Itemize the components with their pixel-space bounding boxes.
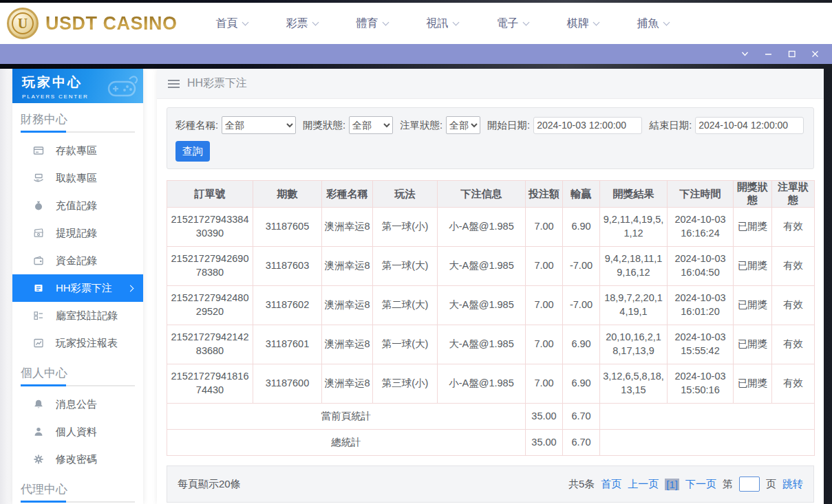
section-underline	[21, 131, 135, 133]
sidebar-item-recharge-records[interactable]: 充值記錄	[12, 192, 143, 219]
sidebar-item-withdraw[interactable]: 取款專區	[12, 164, 143, 192]
sidebar-item-profile[interactable]: 個人資料	[12, 418, 143, 446]
nav-item-slots[interactable]: 電子	[497, 17, 529, 31]
total-count-text: 共5条	[568, 478, 595, 491]
cell-bet_time: 2024-10-03 16:04:50	[668, 247, 734, 286]
recharge-record-icon	[32, 200, 44, 212]
cell-bet_amount: 7.00	[526, 247, 563, 286]
cell-lottery_name: 澳洲幸运8	[322, 325, 373, 364]
window-minimize-button[interactable]	[756, 44, 780, 64]
lottery-select[interactable]: 全部	[222, 116, 296, 134]
sidebar-item-deposit[interactable]: 存款專區	[12, 137, 143, 164]
window-collapse-button[interactable]	[733, 44, 756, 64]
content-area: 玩家中心 PLAYERS CENTER 財務中心存款專區取款專區充值記錄提現記錄…	[0, 69, 824, 504]
cell-draw_result: 3,12,6,5,8,18,13,15	[600, 364, 668, 404]
cell-draw_status: 已開獎	[734, 247, 772, 286]
window-close-button[interactable]	[803, 44, 826, 64]
column-header-bet_time: 下注時間	[668, 181, 734, 208]
sidebar-item-label: 充值記錄	[56, 199, 97, 212]
cell-order_no: 2152172794181674430	[167, 364, 253, 404]
cell-order_status: 有效	[772, 247, 815, 286]
sidebar-item-announcements[interactable]: 消息公告	[12, 391, 143, 418]
page-title: HH彩票下注	[187, 76, 247, 91]
cell-bet_amount: 7.00	[526, 325, 563, 364]
nav-item-home[interactable]: 首頁	[216, 17, 248, 31]
column-header-draw_result: 開獎結果	[600, 181, 668, 208]
menu-toggle-icon[interactable]	[168, 80, 180, 88]
cell-period: 31187603	[253, 247, 322, 286]
summary-bet-amount: 35.00	[526, 430, 563, 456]
search-button[interactable]: 查詢	[175, 141, 210, 162]
cell-period: 31187605	[253, 208, 322, 247]
coin-logo-icon: U	[7, 8, 39, 39]
summary-blank	[600, 404, 815, 430]
gamepad-icon	[102, 71, 140, 101]
pagination-bar: 每頁顯示20條 共5条 首页 上一页 [1] 下一页 第 页 跳转	[167, 465, 814, 503]
sidebar: 玩家中心 PLAYERS CENTER 財務中心存款專區取款專區充值記錄提現記錄…	[12, 69, 143, 504]
funds-record-icon	[32, 255, 44, 267]
cell-draw_result: 20,10,16,2,18,17,13,9	[600, 325, 668, 364]
cell-order_status: 有效	[772, 208, 815, 247]
cell-bet_info: 大-A盤@1.985	[438, 325, 526, 364]
first-page-link[interactable]: 首页	[601, 478, 621, 491]
cell-order_status: 有效	[772, 325, 815, 364]
end-date-input[interactable]	[695, 117, 804, 134]
window-maximize-button[interactable]	[780, 44, 803, 64]
nav-item-label: 視訊	[427, 17, 449, 31]
background-strip	[0, 64, 832, 69]
cell-draw_status: 已開獎	[734, 208, 772, 247]
cell-play: 第二球(大)	[373, 286, 438, 325]
sidebar-item-hh-lottery-bets[interactable]: HH彩票下注	[12, 274, 143, 302]
start-date-input[interactable]	[533, 117, 642, 134]
sidebar-item-change-password[interactable]: 修改密碼	[12, 446, 143, 473]
nav-item-label: 首頁	[216, 17, 238, 31]
table-header-row: 訂單號期數彩種名稱玩法下注信息投注額輸贏開獎結果下注時間開獎狀態注單狀態	[167, 181, 815, 208]
cell-win_loss: 6.90	[563, 325, 600, 364]
withdraw-icon	[32, 173, 44, 184]
summary-win-loss: 6.70	[563, 404, 600, 430]
nav-item-sports[interactable]: 體育	[356, 17, 388, 31]
start-date-label: 開始日期:	[487, 119, 530, 132]
nav-item-live-video[interactable]: 視訊	[427, 17, 458, 31]
cell-period: 31187601	[253, 325, 322, 364]
sidebar-section-title: 代理中心	[21, 481, 135, 497]
usdt-casino-logo[interactable]: U USDT CASINO	[7, 8, 178, 39]
sidebar-item-room-bet-records[interactable]: 廳室投註記錄	[12, 302, 143, 329]
chevron-down-icon	[740, 49, 750, 59]
cell-order_no: 2152172794338430390	[167, 208, 253, 247]
jump-link[interactable]: 跳转	[782, 478, 803, 491]
nav-item-fishing[interactable]: 捕魚	[637, 17, 669, 31]
cell-order_no: 2152172794248029520	[167, 286, 253, 325]
chevron-down-icon	[522, 19, 529, 25]
sidebar-item-label: 消息公告	[56, 398, 97, 411]
lottery-filter-label: 彩種名稱:	[175, 119, 218, 132]
cell-bet_amount: 7.00	[526, 286, 563, 325]
deposit-icon	[32, 145, 44, 157]
table-row: 215217279421428368031187601澳洲幸运8第一球(大)大-…	[167, 325, 815, 364]
prev-page-link[interactable]: 上一页	[628, 478, 659, 491]
page-number-input[interactable]	[739, 476, 760, 492]
cell-bet_info: 小-A盤@1.985	[438, 364, 526, 404]
next-page-link[interactable]: 下一页	[685, 478, 716, 491]
column-header-bet_amount: 投注額	[526, 181, 563, 208]
order-status-select[interactable]: 全部	[446, 116, 480, 134]
current-page-indicator[interactable]: [1]	[665, 479, 679, 490]
summary-win-loss: 6.70	[563, 430, 600, 456]
announcement-bell-icon	[32, 399, 44, 410]
app-header: U USDT CASINO 首頁彩票體育視訊電子棋牌捕魚	[0, 3, 832, 44]
draw-status-select[interactable]: 全部	[349, 116, 393, 134]
sidebar-item-withdrawal-records[interactable]: 提現記錄	[12, 219, 143, 247]
cell-win_loss: 6.90	[563, 364, 600, 404]
nav-item-board-games[interactable]: 棋牌	[567, 17, 599, 31]
cell-bet_info: 大-A盤@1.985	[438, 286, 526, 325]
breadcrumb: HH彩票下注	[157, 69, 824, 99]
sidebar-item-funds-records[interactable]: 資金記錄	[12, 247, 143, 274]
sidebar-item-player-bet-report[interactable]: 玩家投注報表	[12, 329, 143, 357]
sidebar-section-title: 個人中心	[21, 365, 135, 381]
nav-item-lottery[interactable]: 彩票	[286, 17, 318, 31]
filter-panel: 彩種名稱: 全部 開獎狀態: 全部 注單狀態: 全部 開始日期: 結束日期: 查…	[167, 107, 814, 169]
chevron-down-icon	[593, 19, 599, 25]
cell-bet_time: 2024-10-03 16:16:24	[668, 208, 734, 247]
chevron-right-icon	[127, 285, 134, 292]
sidebar-section-title: 財務中心	[21, 111, 135, 127]
